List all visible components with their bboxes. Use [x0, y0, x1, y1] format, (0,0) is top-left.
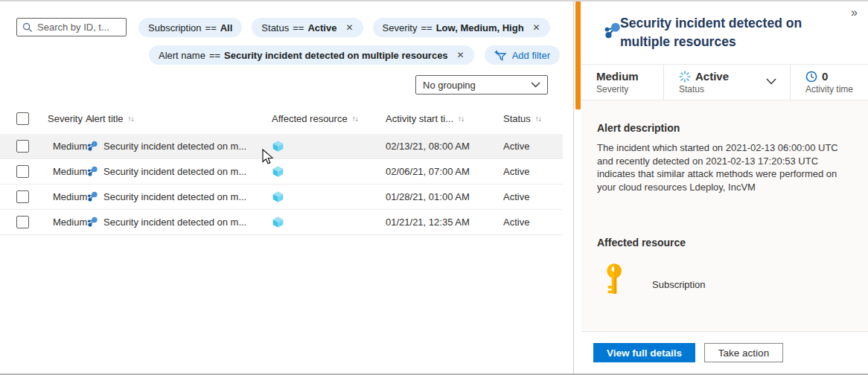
close-icon[interactable]: ✕ [345, 22, 353, 33]
panel-footer: View full details Take action [581, 331, 868, 374]
status-value: Active [695, 70, 729, 83]
affected-resource-heading: Affected resource [597, 237, 686, 249]
incident-icon [86, 165, 98, 178]
filter-pill-alert-name[interactable]: Alert name == Security incident detected… [149, 45, 474, 65]
status-summary[interactable]: Active Status [663, 65, 790, 100]
alert-detail-panel: Security incident detected on multiple r… [573, 1, 868, 374]
alert-title: Security incident detected on m... [103, 217, 246, 228]
row-checkbox[interactable] [16, 165, 29, 178]
incident-icon [86, 216, 98, 228]
close-icon[interactable]: ✕ [533, 22, 540, 33]
search-placeholder: Search by ID, t... [37, 22, 109, 33]
column-header-alert-title[interactable]: Alert title↑↓ [86, 113, 272, 124]
filter-pill-severity[interactable]: Severity == Low, Medium, High ✕ [373, 18, 550, 37]
alerts-list-area: Search by ID, t... Subscription == All S… [0, 1, 573, 374]
chevron-down-icon [531, 82, 540, 88]
row-checkbox[interactable] [16, 190, 29, 203]
chevron-down-icon[interactable] [766, 76, 776, 87]
incident-icon [86, 140, 98, 153]
sort-icon: ↑↓ [352, 115, 358, 123]
grouping-selected: No grouping [423, 80, 476, 91]
panel-status-strip: Medium Severity [581, 65, 868, 100]
alert-description-heading: Alert description [597, 122, 680, 134]
security-alerts-page: Search by ID, t... Subscription == All S… [0, 0, 868, 375]
close-icon[interactable]: ✕ [457, 50, 465, 60]
activity-start-time: 01/21/21, 12:35 AM [386, 210, 503, 234]
table-row[interactable]: Medium Security incident detected on m..… [0, 134, 563, 159]
activity-count: 0 [822, 70, 828, 83]
select-all-checkbox[interactable] [16, 112, 29, 125]
alert-title: Security incident detected on m... [103, 141, 246, 152]
alert-description-text: The incident which started on 2021-02-13… [597, 141, 854, 193]
status-value: Active [503, 159, 562, 184]
active-status-icon [679, 71, 691, 83]
activity-start-time: 02/13/21, 08:00 AM [386, 134, 503, 158]
severity-label: Severity [596, 84, 663, 94]
sort-icon: ↑↓ [458, 115, 464, 123]
incident-icon [601, 21, 622, 43]
column-header-affected-resource[interactable]: Affected resource↑↓ [272, 113, 386, 124]
panel-title: Security incident detected on multiple r… [620, 14, 829, 51]
activity-summary: 0 Activity time [790, 65, 868, 100]
alerts-table: Severity↑↓ Alert title↑↓ Affected resour… [0, 108, 563, 235]
table-body: Medium Security incident detected on m..… [0, 134, 563, 235]
resource-cube-icon [272, 216, 284, 228]
column-header-activity-start[interactable]: Activity start ti...↑↓ [386, 113, 503, 124]
add-filter-button[interactable]: Add filter [485, 45, 560, 65]
mouse-cursor [262, 149, 275, 167]
severity-value: Medium [596, 70, 663, 83]
filter-pill-status[interactable]: Status == Active ✕ [252, 18, 363, 37]
status-value: Active [503, 185, 562, 209]
table-row[interactable]: Medium Security incident detected on m..… [0, 210, 563, 235]
search-icon [22, 22, 33, 33]
filter-pills-row-1: Subscription == All Status == Active ✕ S… [138, 18, 550, 37]
search-input[interactable]: Search by ID, t... [16, 18, 127, 36]
row-checkbox[interactable] [16, 216, 29, 228]
alert-title: Security incident detected on m... [103, 191, 246, 202]
filter-pills-row-2: Alert name == Security incident detected… [149, 45, 560, 65]
panel-header: Security incident detected on multiple r… [581, 1, 868, 65]
severity-accent-bar [575, 1, 581, 109]
clock-icon [805, 71, 817, 83]
panel-body: Alert description The incident which sta… [581, 100, 868, 331]
activity-start-time: 01/28/21, 01:00 AM [386, 185, 503, 209]
table-header-row: Severity↑↓ Alert title↑↓ Affected resour… [0, 108, 563, 129]
filter-pill-subscription[interactable]: Subscription == All [138, 18, 242, 37]
table-row[interactable]: Medium Security incident detected on m..… [0, 185, 563, 210]
status-value: Active [503, 210, 562, 234]
subscription-key-icon [602, 263, 626, 299]
resource-cube-icon [272, 190, 284, 203]
alert-title: Security incident detected on m... [103, 166, 246, 177]
activity-label: Activity time [805, 84, 868, 94]
severity-summary: Medium Severity [581, 65, 663, 100]
table-row[interactable]: Medium Security incident detected on m..… [0, 159, 563, 185]
sort-icon: ↑↓ [535, 115, 541, 123]
sort-icon: ↑↓ [128, 115, 134, 123]
affected-resource-name: Subscription [652, 279, 706, 290]
take-action-button[interactable]: Take action [704, 343, 783, 362]
incident-icon [86, 190, 98, 203]
grouping-dropdown[interactable]: No grouping [415, 75, 548, 94]
row-checkbox[interactable] [16, 140, 29, 153]
activity-start-time: 02/06/21, 07:00 AM [386, 159, 503, 184]
column-header-status[interactable]: Status↑↓ [503, 113, 562, 124]
status-value: Active [503, 134, 562, 158]
add-filter-icon [494, 50, 507, 61]
view-full-details-button[interactable]: View full details [593, 343, 695, 362]
collapse-panel-icon[interactable]: » [851, 6, 858, 19]
resource-cube-icon [272, 165, 284, 178]
column-header-severity[interactable]: Severity↑↓ [48, 113, 86, 124]
